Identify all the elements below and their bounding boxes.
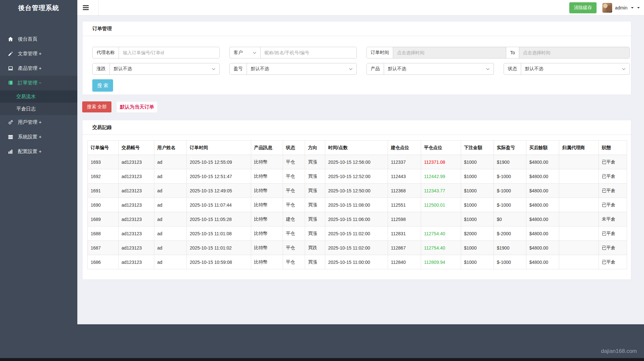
cell-balance: $4800.00 — [526, 255, 559, 269]
sidebar-item-articles[interactable]: 文章管理 + — [0, 46, 77, 61]
pencil-icon — [8, 51, 14, 57]
table-row: 1689ad123123ad2025-10-15 11:05:28比特幣建仓買漲… — [88, 212, 627, 226]
cell-close_point: 112500.01 — [421, 198, 461, 212]
sidebar-item-products[interactable]: 產品管理 + — [0, 61, 77, 76]
cell-agent — [559, 184, 599, 198]
cell-state: 未平倉 — [599, 212, 627, 226]
search-all-button[interactable]: 搜索 全部 — [82, 101, 111, 112]
agent-name-group: 代理名称 — [92, 47, 220, 58]
sidebar-subitem-label: 平倉日志 — [16, 106, 36, 112]
sidebar-subitem-transactions[interactable]: 交易流水 — [0, 90, 77, 103]
cell-open_point: 112840 — [388, 255, 421, 269]
cell-order_no: 1686 — [88, 255, 119, 269]
chevron-down-icon — [486, 67, 490, 70]
cell-profit: $1900 — [494, 241, 526, 255]
cell-open_point: 112867 — [388, 241, 421, 255]
sidebar-subitem-close-log[interactable]: 平倉日志 — [0, 103, 77, 115]
filter-row-2: 涨跌 默认不选 盈亏 默认不选 产品 默认不选 — [92, 63, 630, 75]
cell-account: ad123123 — [119, 226, 154, 241]
sidebar-item-label: 訂單管理 − — [18, 80, 42, 86]
cell-profit: $-1000 — [494, 169, 526, 184]
column-header-agent: 归属代理商 — [559, 141, 599, 155]
server-icon — [8, 134, 14, 140]
cell-bet: $1000 — [461, 198, 494, 212]
profit-select[interactable]: 默认不选 — [247, 63, 356, 74]
sidebar-item-users[interactable]: 用戶管理 + — [0, 115, 77, 130]
customer-input[interactable] — [261, 47, 356, 58]
cell-status: 平仓 — [283, 155, 305, 169]
cell-user: ad — [154, 169, 187, 184]
cell-order_no: 1687 — [88, 241, 119, 255]
cell-product: 比特幣 — [251, 226, 283, 241]
cell-direction: 買漲 — [305, 169, 325, 184]
cell-time_point: 2025-10-15 12:52:00 — [325, 169, 388, 184]
cell-status: 平仓 — [283, 241, 305, 255]
agent-name-input[interactable] — [119, 47, 219, 58]
cell-direction: 買漲 — [305, 155, 325, 169]
orders-panel-body: 代理名称 客户 订单时间 To — [83, 36, 631, 95]
cell-order_time: 2025-10-15 12:51:47 — [187, 169, 251, 184]
table-row: 1693ad123123ad2025-10-15 12:55:09比特幣平仓買漲… — [88, 155, 627, 169]
cell-product: 比特幣 — [251, 155, 283, 169]
cell-account: ad123123 — [119, 184, 154, 198]
sidebar-item-home[interactable]: 後台首頁 — [0, 32, 77, 46]
cell-status: 平仓 — [283, 255, 305, 269]
avatar[interactable] — [602, 3, 612, 13]
cell-state: 已平倉 — [599, 255, 627, 269]
cell-account: ad123123 — [119, 198, 154, 212]
chevron-down-icon — [253, 50, 256, 54]
order-time-end-input[interactable] — [519, 47, 629, 58]
column-header-order_no: 订单编号 — [88, 141, 119, 155]
cell-order_time: 2025-10-15 12:55:09 — [187, 155, 251, 169]
cell-user: ad — [154, 226, 187, 241]
customer-select[interactable]: 客户 — [230, 47, 261, 58]
cell-order_time: 2025-10-15 11:01:08 — [187, 226, 251, 241]
cell-direction: 買漲 — [305, 198, 325, 212]
table-row: 1691ad123123ad2025-10-15 12:49:05比特幣平仓買漲… — [88, 184, 627, 198]
cell-status: 平仓 — [283, 198, 305, 212]
updown-select[interactable]: 默认不选 — [110, 63, 219, 74]
cell-status: 平仓 — [283, 184, 305, 198]
customer-group: 客户 — [229, 47, 357, 58]
topbar-caret-icon[interactable] — [637, 7, 640, 8]
chevron-down-icon — [622, 67, 625, 70]
cell-product: 比特幣 — [251, 255, 283, 269]
records-panel-body: 订单编号交易帳号用户姓名订单时间产品訊息状态方向时间/点数建仓点位平仓点位下注金… — [83, 135, 631, 279]
cell-balance: $4800.00 — [526, 184, 559, 198]
book-icon — [8, 80, 14, 86]
sidebar-item-label: 產品管理 + — [18, 65, 42, 71]
column-header-open_point: 建仓点位 — [388, 141, 421, 155]
cell-order_time: 2025-10-15 11:01:02 — [187, 241, 251, 255]
column-header-close_point: 平仓点位 — [421, 141, 461, 155]
cell-account: ad123123 — [119, 169, 154, 184]
cell-profit: $-1000 — [494, 184, 526, 198]
cell-profit: $0 — [494, 212, 526, 226]
action-row: 搜索 全部 默认为当天订单 — [82, 101, 631, 112]
sidebar-item-config[interactable]: 配置設置 + — [0, 144, 77, 159]
cell-time_point: 2025-10-15 11:06:00 — [325, 212, 388, 226]
chevron-down-icon — [212, 67, 215, 70]
column-header-bet: 下注金額 — [461, 141, 494, 155]
cell-agent — [559, 212, 599, 226]
clear-cache-button[interactable]: 清除緩存 — [569, 2, 597, 13]
topbar: 清除緩存 admin — [77, 0, 644, 16]
menu-toggle-button[interactable] — [82, 0, 95, 15]
search-button[interactable]: 搜 索 — [92, 79, 113, 92]
cell-time_point: 2025-10-15 11:00:00 — [325, 255, 388, 269]
product-select[interactable]: 默认不选 — [384, 63, 494, 74]
sidebar-item-orders[interactable]: 訂單管理 − — [0, 76, 77, 90]
default-today-note: 默认为当天订单 — [117, 102, 157, 112]
cell-state: 已平倉 — [599, 184, 627, 198]
cell-bet: $1000 — [461, 241, 494, 255]
status-select[interactable]: 默认不选 — [521, 63, 629, 74]
cell-order_no: 1689 — [88, 212, 119, 226]
order-time-start-input[interactable] — [393, 47, 506, 58]
cell-product: 比特幣 — [251, 241, 283, 255]
cell-order_time: 2025-10-15 12:49:05 — [187, 184, 251, 198]
sidebar-menu: 後台首頁 文章管理 + 產品管理 + 訂單管理 − 交易流水 平 — [0, 32, 77, 159]
user-dropdown-caret-icon[interactable] — [631, 7, 634, 8]
cell-user: ad — [154, 241, 187, 255]
column-header-status: 状态 — [283, 141, 305, 155]
sidebar-item-system[interactable]: 系統設置 + — [0, 130, 77, 144]
cell-status: 平仓 — [283, 169, 305, 184]
